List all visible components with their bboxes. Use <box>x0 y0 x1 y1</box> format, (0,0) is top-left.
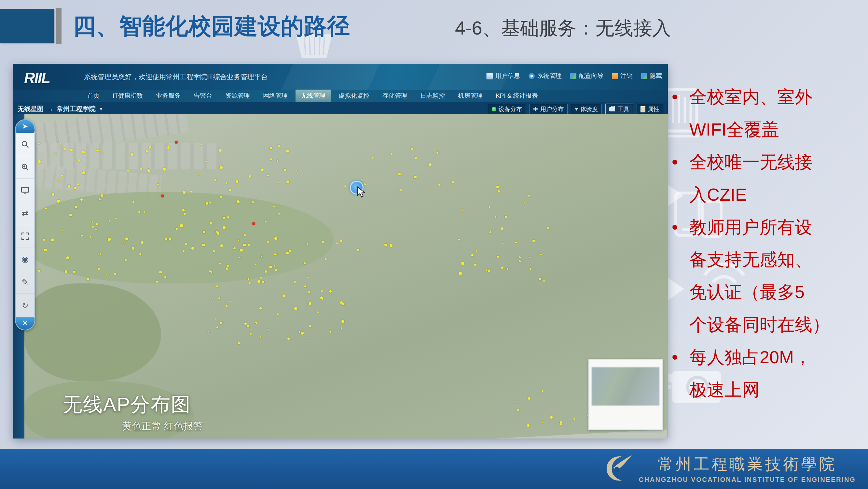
ap-marker-normal[interactable] <box>255 264 256 265</box>
ap-marker-normal[interactable] <box>529 268 531 270</box>
ap-marker-normal[interactable] <box>215 179 217 181</box>
ap-marker-normal[interactable] <box>495 216 496 218</box>
ap-marker-normal[interactable] <box>220 166 223 169</box>
ap-marker-normal[interactable] <box>205 161 207 162</box>
view-button[interactable]: ♥ 体验度 <box>571 104 602 114</box>
view-button[interactable]: 工具 <box>605 104 633 115</box>
ap-marker-normal[interactable] <box>461 262 464 265</box>
ap-marker-normal[interactable] <box>95 229 97 230</box>
ap-marker-normal[interactable] <box>252 201 254 204</box>
wireless-ap-map[interactable]: 无线AP分布图 黄色正常 红色报警 <box>24 114 668 438</box>
ap-marker-normal[interactable] <box>81 198 83 201</box>
ap-marker-normal[interactable] <box>539 278 541 280</box>
search-icon[interactable] <box>16 133 34 156</box>
ap-marker-normal[interactable] <box>488 270 490 272</box>
ap-marker-normal[interactable] <box>344 185 346 187</box>
ap-marker-normal[interactable] <box>261 168 264 171</box>
ap-marker-normal[interactable] <box>96 223 98 225</box>
ap-marker-normal[interactable] <box>528 195 530 197</box>
ap-marker-normal[interactable] <box>574 418 575 420</box>
ap-marker-normal[interactable] <box>81 235 83 236</box>
ap-marker-normal[interactable] <box>219 263 221 264</box>
ap-marker-normal[interactable] <box>216 285 218 288</box>
ap-marker-normal[interactable] <box>372 157 374 159</box>
ap-marker-normal[interactable] <box>115 218 117 219</box>
ap-marker-normal[interactable] <box>541 390 544 392</box>
ap-marker-normal[interactable] <box>501 227 503 230</box>
ap-marker-normal[interactable] <box>225 305 227 307</box>
ap-marker-normal[interactable] <box>65 270 67 273</box>
ap-marker-normal[interactable] <box>70 149 72 151</box>
nav-tab[interactable]: 告警台 <box>188 90 217 102</box>
ap-marker-normal[interactable] <box>149 146 151 149</box>
ap-marker-normal[interactable] <box>278 213 280 215</box>
ap-marker-normal[interactable] <box>144 211 146 213</box>
ap-marker-normal[interactable] <box>321 290 323 292</box>
ap-marker-normal[interactable] <box>68 185 70 187</box>
ap-marker-normal[interactable] <box>141 241 144 244</box>
ap-marker-normal[interactable] <box>429 163 432 166</box>
collapse-arrow-icon[interactable]: ➤ <box>16 120 34 133</box>
ap-marker-normal[interactable] <box>269 266 272 268</box>
chevron-down-icon[interactable]: ▼ <box>99 107 103 111</box>
ap-marker-normal[interactable] <box>63 148 66 150</box>
ap-marker-normal[interactable] <box>286 252 289 254</box>
ap-marker-normal[interactable] <box>238 342 240 344</box>
ap-marker-normal[interactable] <box>90 236 92 238</box>
ap-marker-normal[interactable] <box>587 415 588 417</box>
ap-marker-normal[interactable] <box>340 239 342 242</box>
user-menu-item[interactable]: 隐藏 <box>641 72 662 80</box>
ap-marker-normal[interactable] <box>244 234 246 236</box>
ap-marker-normal[interactable] <box>267 175 269 176</box>
ap-marker-normal[interactable] <box>62 230 63 231</box>
ap-marker-normal[interactable] <box>211 301 212 302</box>
ap-marker-normal[interactable] <box>286 180 289 183</box>
ap-marker-normal[interactable] <box>361 178 363 180</box>
ap-marker-normal[interactable] <box>58 180 59 181</box>
ap-marker-normal[interactable] <box>163 168 166 171</box>
fullscreen-icon[interactable] <box>16 225 34 248</box>
ap-marker-normal[interactable] <box>164 276 166 278</box>
ap-marker-normal[interactable] <box>208 331 210 332</box>
ap-marker-normal[interactable] <box>256 322 257 324</box>
ap-marker-normal[interactable] <box>294 281 296 283</box>
ap-marker-normal[interactable] <box>268 329 269 330</box>
ap-marker-normal[interactable] <box>357 249 359 251</box>
ap-marker-normal[interactable] <box>321 241 324 243</box>
ap-marker-normal[interactable] <box>216 326 218 328</box>
ap-marker-normal[interactable] <box>223 217 225 219</box>
ap-marker-normal[interactable] <box>524 202 525 203</box>
ap-marker-normal[interactable] <box>384 244 386 246</box>
ap-marker-normal[interactable] <box>307 277 309 278</box>
ap-marker-normal[interactable] <box>308 291 310 293</box>
ap-marker-normal[interactable] <box>436 152 438 154</box>
ap-marker-alarm[interactable] <box>161 195 164 197</box>
ap-marker-normal[interactable] <box>541 422 543 423</box>
ap-marker-normal[interactable] <box>127 170 129 172</box>
ap-marker-normal[interactable] <box>462 210 463 211</box>
ap-marker-normal[interactable] <box>505 216 507 218</box>
ap-marker-normal[interactable] <box>223 226 225 229</box>
ap-marker-normal[interactable] <box>515 242 517 243</box>
ap-marker-normal[interactable] <box>132 247 134 250</box>
ap-marker-normal[interactable] <box>257 280 260 283</box>
ap-marker-normal[interactable] <box>273 206 275 207</box>
ap-marker-normal[interactable] <box>270 147 272 149</box>
ap-marker-normal[interactable] <box>497 256 499 258</box>
user-menu-item[interactable]: 配置向导 <box>570 72 603 80</box>
ap-marker-normal[interactable] <box>277 160 278 162</box>
ap-marker-normal[interactable] <box>78 159 81 162</box>
ap-marker-normal[interactable] <box>92 226 94 228</box>
ap-marker-normal[interactable] <box>275 269 277 271</box>
ap-marker-normal[interactable] <box>156 281 158 283</box>
swap-arrows-icon[interactable]: ⇄ <box>16 202 34 225</box>
ap-marker-normal[interactable] <box>220 322 222 324</box>
ap-marker-normal[interactable] <box>262 281 264 283</box>
nav-tab[interactable]: 日志监控 <box>415 90 450 102</box>
ap-marker-normal[interactable] <box>180 224 183 227</box>
ap-marker-normal[interactable] <box>304 262 306 264</box>
ap-marker-normal[interactable] <box>459 272 462 275</box>
ap-marker-normal[interactable] <box>317 312 318 313</box>
ap-marker-normal[interactable] <box>43 239 45 241</box>
ap-marker-normal[interactable] <box>125 259 127 261</box>
